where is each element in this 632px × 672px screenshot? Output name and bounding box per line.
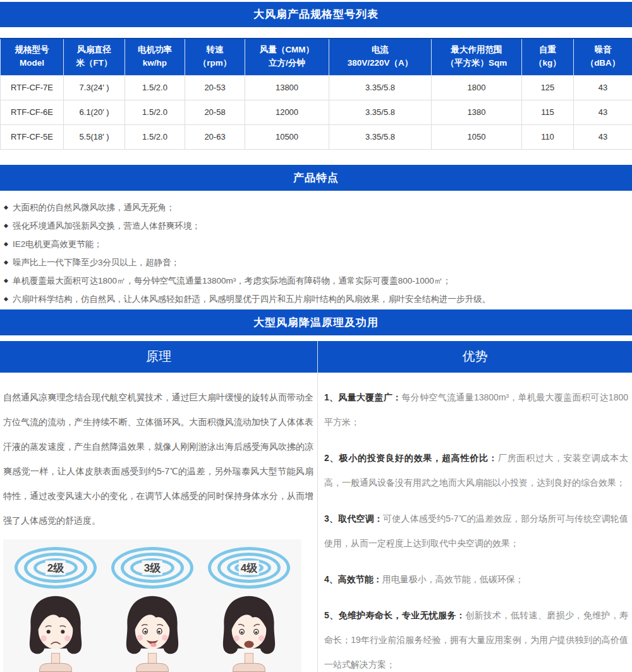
table-cell: 43 — [574, 124, 632, 149]
column-header-motor-power: 电机功率kw/hp — [125, 39, 185, 75]
product-page: 大风扇产品规格型号列表 规格型号Model 风扇直径米（FT） 电机功率kw/h… — [0, 0, 632, 672]
wind-level-panel-2: 2级 — [8, 543, 103, 672]
principle-paragraph: 自然通风凉爽理念结合现代航空机翼技术，通过巨大扇叶缓慢的旋转从而带动全方位气流的… — [3, 385, 313, 533]
table-row: RTF-CF-6E 6.1(20′ ) 1.5/2.0 20-58 12000 … — [1, 100, 632, 124]
diamond-bullet-icon: ◆ — [4, 204, 8, 210]
spec-table: 规格型号Model 风扇直径米（FT） 电机功率kw/hp 转速（rpm） 风量… — [0, 38, 632, 150]
principle-two-column: 原理 自然通风凉爽理念结合现代航空机翼技术，通过巨大扇叶缓慢的旋转从而带动全方位… — [0, 341, 632, 672]
table-cell: 3.35/5.8 — [329, 75, 432, 100]
diamond-bullet-icon: ◆ — [4, 259, 8, 265]
table-cell: 110 — [522, 124, 574, 149]
table-cell: RTF-CF-5E — [1, 124, 64, 149]
table-cell: 5.5(18′ ) — [64, 124, 125, 149]
feature-list: ◆大面积的仿自然风微风吹拂，通风无死角； ◆强化环境通风加强新风交换，营造人体舒… — [0, 191, 632, 308]
advantage-list: 1、风量大覆盖广：每分钟空气流通量13800m³，单机最大覆盖面积可达1800平… — [318, 373, 632, 672]
table-cell: 7.3(24′ ) — [64, 75, 125, 100]
table-cell: 20-53 — [185, 75, 245, 100]
feature-item: ◆大面积的仿自然风微风吹拂，通风无死角； — [4, 198, 632, 217]
table-header-row: 规格型号Model 风扇直径米（FT） 电机功率kw/hp 转速（rpm） 风量… — [1, 39, 632, 75]
advantage-item: 2、极小的投资良好的效果，超高性价比：厂房面积过大，安装空调成本太高，一般通风设… — [324, 446, 628, 495]
column-header-weight: 自重（kg） — [522, 39, 574, 75]
wind-level-illustration: 2级 — [3, 539, 301, 672]
table-cell: 115 — [522, 100, 574, 124]
principle-section-title: 大型风扇降温原理及功用 — [0, 309, 632, 335]
feature-item: ◆噪声比上一代下降至少3分贝以上，超静音； — [4, 253, 632, 272]
table-cell: 43 — [574, 100, 632, 124]
advantage-item: 4、高效节能：用电量极小，高效节能，低碳环保； — [324, 567, 628, 592]
wind-level-label: 3级 — [142, 560, 162, 575]
spec-section-title: 大风扇产品规格型号列表 — [0, 2, 632, 27]
advantage-column: 优势 1、风量大覆盖广：每分钟空气流通量13800m³，单机最大覆盖面积可达18… — [317, 341, 632, 672]
table-cell: 1.5/2.0 — [125, 75, 185, 100]
column-header-current: 电流380V/220V（A） — [329, 39, 432, 75]
diamond-bullet-icon: ◆ — [4, 222, 8, 229]
table-cell: 1.5/2.0 — [125, 124, 185, 149]
column-header-airflow: 风量（CMM）立方/分钟 — [245, 39, 329, 75]
principle-header: 原理 — [0, 341, 317, 373]
table-row: RTF-CF-5E 5.5(18′ ) 1.5/2.0 20-63 10500 … — [1, 124, 632, 149]
principle-column: 原理 自然通风凉爽理念结合现代航空机翼技术，通过巨大扇叶缓慢的旋转从而带动全方位… — [0, 341, 317, 672]
face-unhappy-icon — [20, 594, 91, 672]
diamond-bullet-icon: ◆ — [4, 277, 8, 284]
diamond-bullet-icon: ◆ — [4, 296, 8, 302]
table-row: RTF-CF-7E 7.3(24′ ) 1.5/2.0 20-53 13800 … — [1, 75, 632, 100]
advantage-item: 1、风量大覆盖广：每分钟空气流通量13800m³，单机最大覆盖面积可达1800平… — [324, 385, 628, 435]
table-cell: 1050 — [432, 124, 522, 149]
table-cell: 3.35/5.8 — [329, 100, 432, 124]
table-cell: 12000 — [245, 100, 329, 124]
wind-level-label: 2级 — [46, 560, 66, 575]
face-happy-icon — [117, 594, 188, 672]
advantage-item: 5、免维护寿命长，专业无忧服务：创新技术，低转速、磨损少，免维护，寿命长；19年… — [324, 603, 628, 672]
wind-ripple-icon: 2级 — [8, 543, 103, 592]
table-cell: 1380 — [432, 100, 522, 124]
feature-item: ◆强化环境通风加强新风交换，营造人体舒爽环境； — [4, 217, 632, 235]
advantage-header: 优势 — [318, 341, 632, 373]
table-cell: 20-58 — [185, 100, 245, 124]
column-header-diameter: 风扇直径米（FT） — [64, 39, 125, 75]
feature-item: ◆六扇叶科学结构，仿自然风，让人体风感轻如舒适，风感明显优于四片和五片扇叶结构的… — [4, 290, 632, 308]
table-cell: 20-63 — [185, 124, 245, 149]
table-cell: 3.35/5.8 — [329, 124, 432, 149]
feature-item: ◆单机覆盖最大面积可达1800㎡，每分钟空气流通量13800m³，考虑实际地面有… — [4, 272, 632, 290]
column-header-model: 规格型号Model — [1, 39, 64, 75]
feature-item: ◆IE2电机更高效更节能； — [4, 235, 632, 253]
wind-ripple-icon: 3级 — [105, 543, 200, 592]
table-cell: 1800 — [432, 75, 522, 100]
table-cell: 6.1(20′ ) — [64, 100, 125, 124]
wind-level-panel-3: 3级 — [105, 543, 200, 672]
wind-level-label: 4级 — [239, 560, 259, 575]
face-distressed-icon — [214, 594, 284, 672]
table-cell: RTF-CF-6E — [1, 100, 64, 124]
features-section-title: 产品特点 — [0, 165, 632, 191]
column-header-noise: 噪音（dBA） — [574, 39, 632, 75]
table-cell: 1.5/2.0 — [125, 100, 185, 124]
diamond-bullet-icon: ◆ — [4, 241, 8, 247]
table-cell: 10500 — [245, 124, 329, 149]
column-header-coverage: 最大作用范围（平方米）Sqm — [432, 39, 522, 75]
column-header-speed: 转速（rpm） — [185, 39, 245, 75]
table-cell: 125 — [522, 75, 574, 100]
spec-table-wrap: 规格型号Model 风扇直径米（FT） 电机功率kw/hp 转速（rpm） 风量… — [0, 38, 632, 150]
advantage-item: 3、取代空调：可使人体感受约5-7℃的温差效应，部分场所可与传统空调轮值使用，从… — [324, 507, 628, 556]
wind-ripple-icon: 4级 — [202, 543, 296, 592]
table-cell: 13800 — [245, 75, 329, 100]
table-cell: 43 — [574, 75, 632, 100]
wind-level-panel-4: 4级 — [202, 543, 296, 672]
table-cell: RTF-CF-7E — [1, 75, 64, 100]
